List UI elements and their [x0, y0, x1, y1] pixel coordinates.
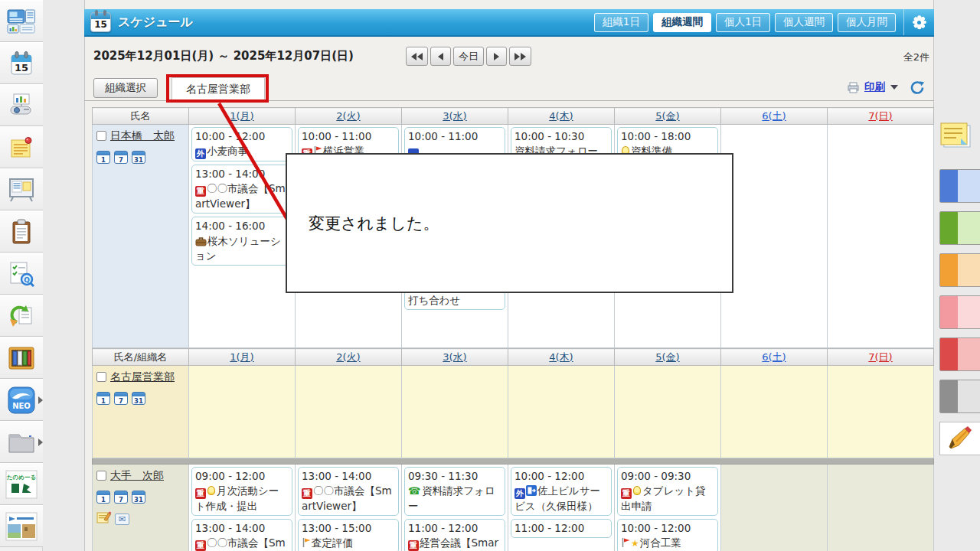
day-header-link[interactable]: 5(金): [655, 110, 679, 122]
refresh-icon[interactable]: [910, 80, 925, 94]
schedule-item[interactable]: 13:00 - 14:00重〇〇市議会【SmartViewer】: [298, 467, 399, 516]
color-label-gray-button[interactable]: [939, 380, 980, 413]
view-tab-personal-week[interactable]: 個人週間: [775, 13, 833, 32]
schedule-item[interactable]: 09:00 - 09:30重タブレット貸出申請: [617, 467, 718, 516]
org-name-link[interactable]: 名古屋営業部: [110, 369, 175, 385]
member-name-link[interactable]: 大手 次郎: [110, 468, 164, 484]
sidebar-item-workflow[interactable]: [0, 295, 43, 337]
color-label-orange-button[interactable]: [939, 253, 980, 287]
sidebar-item-board[interactable]: [0, 168, 43, 210]
schedule-item[interactable]: 09:00 - 12:00重月次活動シート作成・提出: [191, 467, 292, 516]
nav-next-button[interactable]: [486, 47, 507, 66]
schedule-cell[interactable]: [828, 366, 934, 458]
day-header-link[interactable]: 6(土): [762, 110, 786, 122]
day-header-link[interactable]: 4(木): [549, 351, 573, 363]
nav-prev-button[interactable]: [430, 47, 451, 66]
sidebar-item-clipboard[interactable]: [0, 210, 43, 253]
day-header-link[interactable]: 2(火): [336, 110, 360, 122]
color-label-red-button[interactable]: [939, 337, 980, 371]
day-header-link[interactable]: 6(土): [762, 351, 786, 363]
schedule-item[interactable]: 11:00 - 12:00: [511, 519, 612, 538]
day-view-icon[interactable]: 1: [96, 392, 110, 405]
schedule-item[interactable]: 13:00 - 14:00重〇〇市議会【SmartViewer】: [191, 519, 292, 551]
schedule-cell[interactable]: 10:00 - 12:00外佐上ビルサービス（久保田様）11:00 - 12:0…: [508, 465, 615, 551]
sidebar-item-tanomeru[interactable]: たのめーる: [0, 463, 43, 505]
schedule-item[interactable]: 09:30 - 11:30☎資料請求フォロー: [404, 467, 505, 516]
sidebar-item-survey[interactable]: Q: [0, 253, 43, 295]
color-label-blue-button[interactable]: [939, 169, 980, 203]
day-column-header: 7(日): [828, 108, 934, 125]
org-select-button[interactable]: 組織選択: [93, 78, 158, 98]
schedule-cell[interactable]: [721, 465, 828, 551]
nav-last-button[interactable]: [509, 47, 531, 66]
row-checkbox[interactable]: [96, 372, 106, 382]
member-name-link[interactable]: 日本橋 太郎: [110, 128, 175, 144]
view-tab-org-day[interactable]: 組織1日: [594, 13, 648, 32]
schedule-cell[interactable]: [508, 366, 615, 458]
nav-today-button[interactable]: 今日: [453, 47, 484, 66]
schedule-cell[interactable]: 09:00 - 09:30重タブレット貸出申請10:00 - 12:00★河合工…: [615, 465, 721, 551]
schedule-cell[interactable]: [828, 125, 934, 348]
schedule-cell[interactable]: [721, 125, 828, 348]
color-label-pink-button[interactable]: [939, 295, 980, 329]
note-icon[interactable]: [939, 122, 980, 150]
week-view-icon[interactable]: 7: [114, 491, 128, 504]
view-tab-org-week[interactable]: 組織週間: [653, 13, 711, 32]
view-tab-personal-month[interactable]: 個人月間: [838, 13, 896, 32]
week-view-icon[interactable]: 7: [114, 392, 128, 405]
month-view-icon[interactable]: 31: [132, 151, 145, 164]
schedule-cell[interactable]: [296, 366, 402, 458]
mail-icon[interactable]: ✉: [115, 514, 129, 525]
schedule-item[interactable]: 10:00 - 12:00★河合工業: [617, 519, 718, 551]
sidebar-item-folder[interactable]: [0, 421, 43, 463]
row-checkbox[interactable]: [96, 131, 106, 141]
schedule-item[interactable]: 11:00 - 12:00重経営会議【SmartViewer】: [404, 519, 505, 551]
schedule-cell[interactable]: [189, 366, 296, 458]
day-header-link[interactable]: 2(火): [336, 351, 360, 363]
week-view-icon[interactable]: 7: [114, 151, 128, 164]
important-icon: 重: [621, 484, 632, 497]
pencil-button[interactable]: [939, 422, 980, 455]
schedule-cell[interactable]: [615, 366, 721, 458]
day-header-link[interactable]: 7(日): [868, 351, 892, 363]
nav-first-button[interactable]: [406, 47, 428, 66]
schedule-item[interactable]: 13:00 - 15:00査定評価: [298, 519, 399, 551]
svg-text:15: 15: [15, 62, 28, 73]
schedule-cell[interactable]: 13:00 - 14:00重〇〇市議会【SmartViewer】13:00 - …: [296, 465, 402, 551]
day-header-link[interactable]: 5(金): [655, 351, 679, 363]
sidebar-item-portal[interactable]: [0, 0, 43, 42]
day-header-link[interactable]: 1(月): [230, 351, 253, 363]
row-checkbox[interactable]: [96, 471, 106, 481]
schedule-item[interactable]: 10:00 - 12:00外佐上ビルサービス（久保田様）: [511, 467, 612, 516]
schedule-cell[interactable]: [828, 465, 934, 551]
print-link[interactable]: 印刷: [864, 80, 885, 94]
sidebar-item-facility[interactable]: [0, 84, 43, 126]
view-tab-personal-day[interactable]: 個人1日: [716, 13, 770, 32]
change-popup: 変更されました。: [286, 153, 733, 293]
member-row-name-cell: 大手 次郎1731✉: [93, 465, 189, 551]
day-header-link[interactable]: 3(水): [443, 351, 466, 363]
sidebar-item-banner[interactable]: [0, 505, 43, 547]
sidebar-item-schedule[interactable]: 15: [0, 42, 43, 84]
day-header-link[interactable]: 4(木): [549, 110, 573, 122]
day-column-header: 5(金): [615, 108, 721, 125]
settings-button[interactable]: [903, 9, 934, 35]
memo-edit-icon[interactable]: [96, 510, 111, 528]
day-view-icon[interactable]: 1: [96, 151, 110, 164]
month-view-icon[interactable]: 31: [132, 491, 145, 504]
month-view-icon[interactable]: 31: [132, 392, 145, 405]
schedule-cell[interactable]: 09:30 - 11:30☎資料請求フォロー11:00 - 12:00重経営会議…: [402, 465, 508, 551]
schedule-cell[interactable]: [402, 366, 508, 458]
sidebar-item-cabinet[interactable]: [0, 337, 43, 379]
schedule-cell[interactable]: [721, 366, 828, 458]
day-header-link[interactable]: 3(水): [443, 110, 466, 122]
sidebar-item-memo[interactable]: [0, 126, 43, 168]
popup-message: 変更されました。: [309, 214, 439, 233]
day-view-icon[interactable]: 1: [96, 491, 110, 504]
color-label-green-button[interactable]: [939, 211, 980, 245]
day-header-link[interactable]: 7(日): [868, 110, 892, 122]
schedule-cell[interactable]: 09:00 - 12:00重月次活動シート作成・提出13:00 - 14:00重…: [189, 465, 296, 551]
sidebar-item-neo[interactable]: NEO: [0, 379, 43, 421]
schedule-item-title: 桜木ソリューション: [195, 234, 289, 263]
print-dropdown-caret[interactable]: [890, 85, 898, 90]
